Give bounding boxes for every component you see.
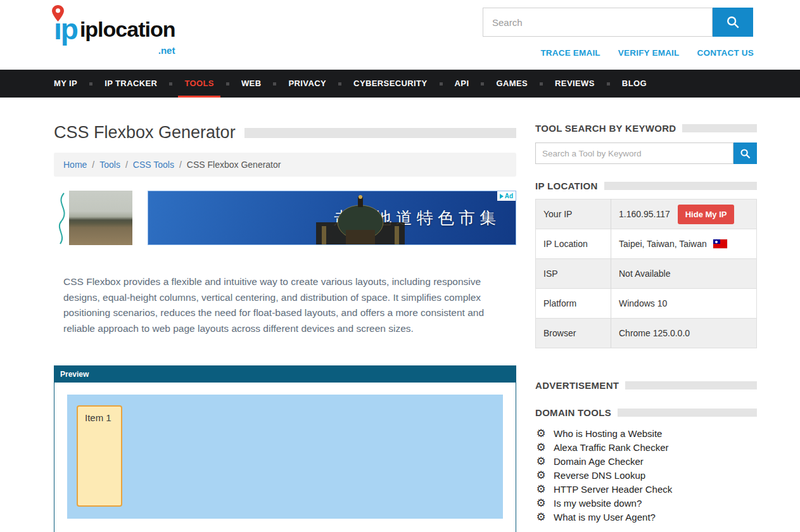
nav-item-games[interactable]: GAMES	[490, 70, 534, 98]
location-pin-icon	[52, 5, 64, 22]
domain-tool-alexa-rank[interactable]: ⚙ Alexa Traffic Rank Checker	[535, 440, 757, 454]
gear-icon: ⚙	[535, 484, 547, 495]
breadcrumb-current: CSS Flexbox Generator	[187, 160, 281, 170]
header-search-button[interactable]	[713, 8, 753, 37]
breadcrumb-separator: /	[92, 160, 94, 170]
preview-panel-header: Preview	[54, 366, 516, 383]
hide-my-ip-button[interactable]: Hide My IP	[678, 205, 735, 224]
domain-tool-label: Is my website down?	[554, 498, 642, 509]
header-search	[483, 8, 753, 37]
isp-value: Not Available	[619, 269, 670, 279]
header-link-verify-email[interactable]: VERIFY EMAIL	[618, 48, 680, 58]
nav-separator	[481, 82, 484, 86]
ip-location-heading: IP LOCATION	[535, 180, 757, 191]
row-label: ISP	[536, 259, 611, 289]
nav-item-cybersecurity[interactable]: CYBERSECURITY	[347, 70, 433, 98]
nav-separator	[169, 82, 172, 86]
advertisement-heading-label: ADVERTISEMENT	[535, 380, 619, 391]
nav-separator	[89, 82, 92, 86]
browser-value: Chrome 125.0.0.0	[619, 328, 690, 338]
table-row: Browser Chrome 125.0.0.0	[536, 319, 757, 348]
domain-tool-label: Reverse DNS Lookup	[554, 470, 645, 481]
tool-search-heading-label: TOOL SEARCH BY KEYWORD	[535, 123, 676, 134]
nav-item-privacy[interactable]: PRIVACY	[282, 70, 333, 98]
nav-item-api[interactable]: API	[448, 70, 476, 98]
breadcrumb: Home / Tools / CSS Tools / CSS Flexbox G…	[54, 153, 516, 177]
heading-decoration-bar	[604, 182, 757, 190]
ip-location-table: Your IP 1.160.95.117 Hide My IP IP Locat…	[535, 199, 757, 348]
nav-item-reviews[interactable]: REVIEWS	[549, 70, 601, 98]
domain-tools-heading-label: DOMAIN TOOLS	[535, 407, 611, 418]
sidebar: TOOL SEARCH BY KEYWORD IP LOCATION Your …	[535, 123, 757, 532]
domain-tool-label: What is my User Agent?	[554, 512, 656, 522]
header-link-trace-email[interactable]: TRACE EMAIL	[540, 48, 600, 58]
nav-separator	[226, 82, 229, 86]
ad-creative: 走訪地道特色市集	[148, 191, 516, 245]
logo-wordmark: iplocation .net	[80, 10, 175, 58]
nav-item-web[interactable]: WEB	[235, 70, 268, 98]
row-label: Platform	[536, 289, 611, 319]
preview-panel: Preview Item 1	[54, 365, 516, 532]
site-logo[interactable]: ıp iplocation .net	[54, 10, 175, 58]
search-icon	[726, 15, 740, 29]
domain-tool-label: HTTP Server Header Check	[554, 484, 672, 495]
domain-tool-http-header[interactable]: ⚙ HTTP Server Header Check	[535, 482, 757, 496]
nav-separator	[607, 82, 610, 86]
tool-search-button[interactable]	[733, 142, 757, 164]
platform-value: Windows 10	[619, 298, 667, 308]
domain-tool-user-agent[interactable]: ⚙ What is my User Agent?	[535, 510, 757, 524]
nav-item-tools[interactable]: TOOLS	[178, 70, 220, 98]
breadcrumb-home[interactable]: Home	[63, 160, 87, 170]
tool-description: CSS Flexbox provides a flexible and intu…	[63, 274, 503, 336]
gear-icon: ⚙	[535, 442, 547, 453]
heading-decoration-bar	[618, 408, 757, 417]
table-row: Platform Windows 10	[536, 289, 757, 319]
ad-banner[interactable]: 走訪地道特色市集 Ad	[54, 191, 516, 245]
flexbox-preview-item[interactable]: Item 1	[77, 405, 122, 507]
ad-building-illustration	[307, 193, 414, 245]
your-ip-value: 1.160.95.117	[619, 209, 670, 219]
main-navigation: MY IP IP TRACKER TOOLS WEB PRIVACY CYBER…	[0, 70, 800, 98]
domain-tool-who-is-hosting[interactable]: ⚙ Who is Hosting a Website	[535, 426, 757, 440]
ad-choices-badge[interactable]: Ad	[497, 191, 516, 201]
table-row: ISP Not Available	[536, 259, 757, 289]
header-link-contact-us[interactable]: CONTACT US	[697, 48, 754, 58]
tool-search-heading: TOOL SEARCH BY KEYWORD	[535, 123, 757, 134]
domain-tools-list: ⚙ Who is Hosting a Website ⚙ Alexa Traff…	[535, 426, 757, 524]
breadcrumb-css-tools[interactable]: CSS Tools	[133, 160, 174, 170]
domain-tool-domain-age[interactable]: ⚙ Domain Age Checker	[535, 454, 757, 468]
nav-item-my-ip[interactable]: MY IP	[54, 70, 84, 98]
tool-search	[535, 142, 757, 164]
domain-tool-website-down[interactable]: ⚙ Is my website down?	[535, 496, 757, 510]
nav-item-blog[interactable]: BLOG	[616, 70, 653, 98]
heading-decoration-bar	[682, 124, 757, 132]
nav-separator	[540, 82, 543, 86]
domain-tool-reverse-dns[interactable]: ⚙ Reverse DNS Lookup	[535, 468, 757, 482]
ad-choices-icon	[500, 194, 504, 199]
nav-item-ip-tracker[interactable]: IP TRACKER	[98, 70, 163, 98]
title-decoration-bar	[244, 128, 516, 138]
ad-decoration	[54, 191, 69, 245]
ad-squiggle-art	[54, 191, 69, 245]
gear-icon: ⚙	[535, 456, 547, 467]
advertisement-heading: ADVERTISEMENT	[535, 380, 757, 391]
table-row: Your IP 1.160.95.117 Hide My IP	[536, 200, 757, 229]
gear-icon: ⚙	[535, 498, 547, 509]
breadcrumb-tools[interactable]: Tools	[99, 160, 120, 170]
row-label: Browser	[536, 319, 611, 348]
logo-tld: .net	[158, 45, 175, 56]
main-content: CSS Flexbox Generator Home / Tools / CSS…	[54, 123, 516, 532]
nav-separator	[440, 82, 443, 86]
breadcrumb-separator: /	[125, 160, 128, 170]
header-search-input[interactable]	[483, 8, 713, 37]
flexbox-preview-container: Item 1	[67, 395, 503, 519]
domain-tools-heading: DOMAIN TOOLS	[535, 407, 757, 418]
site-header: ıp iplocation .net TRACE EMAIL VERIFY EM…	[0, 0, 800, 70]
domain-tool-label: Alexa Traffic Rank Checker	[554, 442, 668, 453]
table-row: IP Location Taipei, Taiwan, Taiwan	[536, 229, 757, 259]
nav-separator	[273, 82, 276, 86]
ip-location-heading-label: IP LOCATION	[535, 180, 598, 191]
logo-ip-glyph: ıp	[54, 10, 77, 48]
nav-separator	[338, 82, 341, 86]
tool-search-input[interactable]	[535, 142, 733, 164]
